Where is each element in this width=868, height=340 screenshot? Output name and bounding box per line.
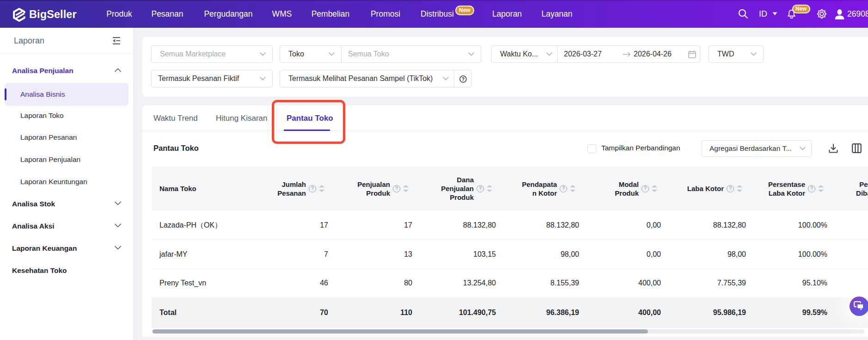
svg-text:?: ? bbox=[462, 76, 465, 82]
